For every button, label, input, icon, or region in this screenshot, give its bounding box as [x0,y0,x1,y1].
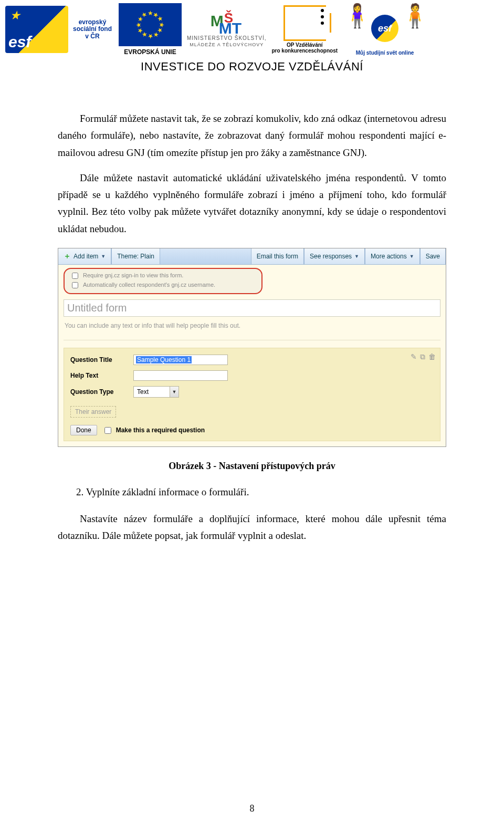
add-item-button[interactable]: ＋ Add item ▼ [58,248,111,264]
form-toolbar: ＋ Add item ▼ Theme: Plain Email this for… [58,248,446,265]
done-button[interactable]: Done [70,425,97,435]
save-label: Save [426,253,440,260]
header-logos: esf evropský sociální fond v ČR ★ ★ ★ ★ … [0,0,504,56]
chevron-down-icon: ▼ [170,387,178,397]
chevron-down-icon: ▼ [101,254,106,259]
help-text-label: Help Text [70,372,133,379]
eu-label: EVROPSKÁ UNIE [124,48,176,56]
op-logo-block: OP Vzdělávání pro konkurenceschopnost [271,5,338,54]
collect-username-label: Automatically collect respondent's gnj.c… [83,280,215,290]
esf-logo-block: esf evropský sociální fond v ČR [5,6,113,53]
question-type-label: Question Type [70,388,133,396]
world-logo-block: 🧍‍♀️ 🧍 esf Můj studijní svět online [343,3,427,56]
question-title-input[interactable]: Sample Question 1 [133,355,228,365]
closing-text: Nastavíte název formuláře a doplňující i… [58,511,446,545]
required-checkbox[interactable] [104,427,111,434]
msmt-logo: MŠMT [208,12,245,34]
collect-username-option[interactable]: Automatically collect respondent's gnj.c… [70,280,256,290]
esf-logo-caption: evropský sociální fond v ČR [71,19,113,40]
esf-logo: esf [5,6,68,53]
step-2-item: 2. Vyplníte základní informace o formulá… [76,486,446,498]
save-button[interactable]: Save [420,248,446,264]
plus-icon: ＋ [64,252,71,261]
body-text: Formulář můžete nastavit tak, že se zobr… [58,110,446,237]
email-form-button[interactable]: Email this form [251,248,304,264]
add-item-label: Add item [74,253,98,260]
world-ball-icon: esf [371,15,398,42]
chevron-down-icon: ▼ [410,254,414,259]
question-title-label: Question Title [70,356,133,363]
msmt-caption-2: MLÁDEŽE A TĚLOVÝCHOVY [190,42,264,47]
theme-label: Theme: Plain [117,253,154,260]
chevron-down-icon: ▼ [354,254,359,259]
question-type-select[interactable]: Text ▼ [133,386,179,398]
duplicate-icon[interactable]: ⧉ [420,352,425,361]
question-type-value: Text [134,388,170,396]
banner-text: INVESTICE DO ROZVOJE VZDĚLÁVÁNÍ [0,60,504,74]
form-title-input[interactable] [64,299,440,317]
pencil-icon[interactable]: ✎ [411,352,417,361]
required-option[interactable]: Make this a required question [102,425,205,435]
paragraph-2: Dále můžete nastavit automatické ukládán… [58,170,446,237]
required-label: Make this a required question [116,427,205,434]
closing-paragraph: Nastavíte název formuláře a doplňující i… [58,511,446,545]
op-caption-1: OP Vzdělávání [287,42,323,48]
more-actions-label: More actions [371,253,407,260]
form-description-placeholder[interactable]: You can include any text or info that wi… [64,319,440,340]
trash-icon[interactable]: 🗑 [428,352,436,361]
see-responses-label: See responses [310,253,352,260]
op-caption: OP Vzdělávání pro konkurenceschopnost [271,42,338,54]
more-actions-button[interactable]: More actions ▼ [365,248,420,264]
question-box: ✎ ⧉ 🗑 Question Title Sample Question 1 H… [64,348,440,441]
require-signin-checkbox[interactable] [72,273,78,279]
require-signin-option[interactable]: Require gnj.cz sign-in to view this form… [70,271,256,280]
op-caption-2: pro konkurenceschopnost [271,48,338,54]
require-signin-label: Require gnj.cz sign-in to view this form… [83,271,183,280]
figure-caption: Obrázek 3 - Nastavení přístupových práv [0,461,504,472]
access-options-box: Require gnj.cz sign-in to view this form… [64,268,262,294]
page-number: 8 [0,803,504,814]
see-responses-button[interactable]: See responses ▼ [304,248,365,264]
answer-placeholder: Their answer [70,406,116,418]
form-editor-figure: ＋ Add item ▼ Theme: Plain Email this for… [58,248,446,447]
collect-username-checkbox[interactable] [72,282,78,288]
theme-button[interactable]: Theme: Plain [111,248,160,264]
question-title-value: Sample Question 1 [136,356,192,363]
paragraph-1: Formulář můžete nastavit tak, že se zobr… [58,110,446,161]
msmt-logo-block: MŠMT MINISTERSTVO ŠKOLSTVÍ, MLÁDEŽE A TĚ… [187,12,266,47]
email-form-label: Email this form [257,253,298,260]
eu-flag: ★ ★ ★ ★ ★ ★ ★ ★ ★ ★ ★ ★ [119,3,182,46]
op-logo [284,5,326,41]
world-caption: Můj studijní svět online [343,49,427,56]
help-text-input[interactable] [133,370,228,381]
eu-logo-block: ★ ★ ★ ★ ★ ★ ★ ★ ★ ★ ★ ★ EVROPSKÁ UNIE [119,3,182,56]
